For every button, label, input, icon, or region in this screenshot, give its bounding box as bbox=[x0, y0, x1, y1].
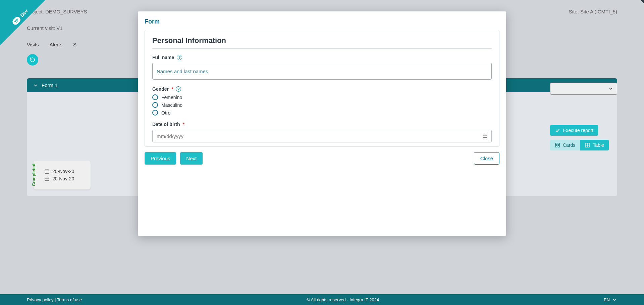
radio-icon bbox=[152, 110, 158, 116]
required-marker: * bbox=[171, 86, 173, 92]
corner-indicator bbox=[641, 0, 644, 3]
gender-option-masculino[interactable]: Masculino bbox=[152, 102, 492, 108]
gender-label: Gender * ? bbox=[152, 86, 492, 92]
modal-footer: Previous Next Close bbox=[145, 152, 499, 165]
modal-overlay: Form Personal Information Full name ? Ge… bbox=[0, 0, 644, 305]
gender-option-otro[interactable]: Otro bbox=[152, 110, 492, 116]
gender-option-femenino[interactable]: Femenino bbox=[152, 94, 492, 100]
section-personal-info: Personal Information bbox=[152, 36, 492, 45]
full-name-label-text: Full name bbox=[152, 55, 174, 60]
modal-scroll-area[interactable]: Personal Information Full name ? Gender … bbox=[145, 30, 499, 147]
full-name-input[interactable] bbox=[152, 63, 492, 80]
radio-icon bbox=[152, 102, 158, 108]
gender-option-label: Femenino bbox=[161, 95, 182, 100]
help-icon[interactable]: ? bbox=[177, 55, 182, 60]
next-button[interactable]: Next bbox=[180, 152, 203, 165]
full-name-label: Full name ? bbox=[152, 55, 492, 60]
previous-button[interactable]: Previous bbox=[145, 152, 176, 165]
help-icon[interactable]: ? bbox=[176, 86, 181, 92]
svg-rect-15 bbox=[483, 134, 487, 138]
radio-icon bbox=[152, 94, 158, 100]
close-button[interactable]: Close bbox=[474, 152, 499, 165]
gender-option-label: Masculino bbox=[161, 102, 182, 108]
gender-radio-group: Femenino Masculino Otro bbox=[152, 94, 492, 116]
gender-label-text: Gender bbox=[152, 86, 169, 92]
section-divider bbox=[152, 48, 492, 49]
gender-option-label: Otro bbox=[161, 110, 170, 116]
required-marker: * bbox=[182, 122, 184, 127]
dob-label: Date of birth * bbox=[152, 122, 492, 127]
calendar-icon[interactable] bbox=[482, 133, 488, 138]
dob-input[interactable] bbox=[152, 130, 492, 142]
modal-title: Form bbox=[145, 18, 499, 25]
dob-label-text: Date of birth bbox=[152, 122, 180, 127]
form-modal: Form Personal Information Full name ? Ge… bbox=[138, 11, 506, 236]
